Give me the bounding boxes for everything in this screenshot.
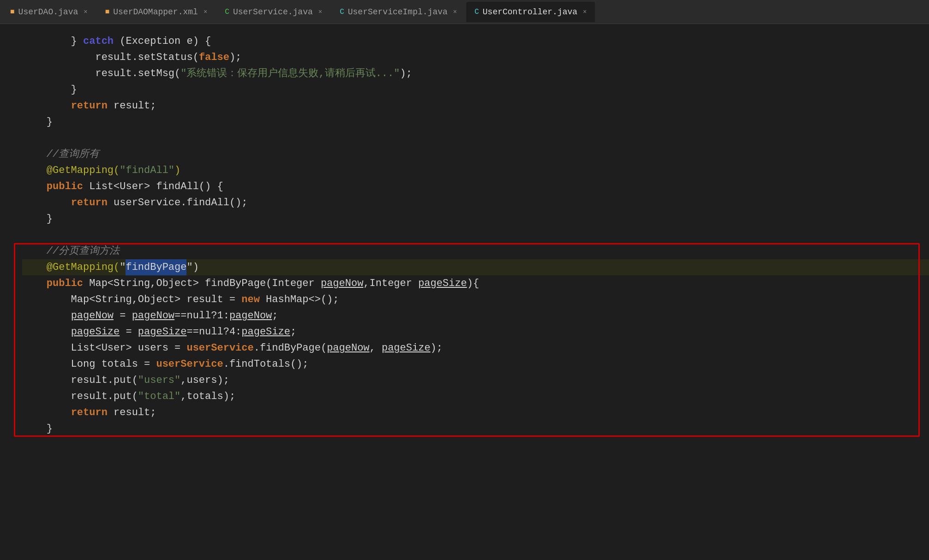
code-line: pageSize = pageSize==null?4:pageSize; xyxy=(22,324,929,340)
code-line: result.put("total",totals); xyxy=(22,388,929,405)
tab-close-icon[interactable]: × xyxy=(204,8,207,16)
code-line xyxy=(22,130,929,146)
code-line-highlighted: @GetMapping("findByPage") xyxy=(22,259,929,275)
editor: ■ UserDAO.java × ■ UserDAOMapper.xml × C… xyxy=(0,0,929,560)
code-area: } catch (Exception e) { result.setStatus… xyxy=(0,24,929,560)
code-line: public List<User> findAll() { xyxy=(22,179,929,195)
tab-bar: ■ UserDAO.java × ■ UserDAOMapper.xml × C… xyxy=(0,0,929,24)
code-line: } xyxy=(22,421,929,437)
tab-UserService[interactable]: C UserService.java × xyxy=(216,2,330,22)
code-line: return userService.findAll(); xyxy=(22,195,929,211)
code-line: } catch (Exception e) { xyxy=(22,33,929,49)
tab-UserDAOMapper[interactable]: ■ UserDAOMapper.xml × xyxy=(97,2,216,22)
file-icon: ■ xyxy=(10,8,15,16)
tab-label: UserDAO.java xyxy=(18,7,78,17)
highlighted-section: //分页查询方法 @GetMapping("findByPage") publi… xyxy=(22,243,929,437)
tab-UserController[interactable]: C UserController.java × xyxy=(466,2,595,22)
tab-close-icon[interactable]: × xyxy=(318,8,322,16)
code-line: Long totals = userService.findTotals(); xyxy=(22,356,929,372)
code-line xyxy=(22,227,929,243)
code-line: result.setStatus(false); xyxy=(22,49,929,66)
file-icon: C xyxy=(225,8,229,16)
file-icon: C xyxy=(474,8,479,16)
code-line: Map<String,Object> result = new HashMap<… xyxy=(22,292,929,308)
tab-label: UserService.java xyxy=(233,7,313,17)
file-icon: ■ xyxy=(105,8,110,16)
code-line: result.setMsg("系统错误：保存用户信息失败,请稍后再试..."); xyxy=(22,66,929,82)
tab-UserServiceImpl[interactable]: C UserServiceImpl.java × xyxy=(331,2,465,22)
code-line: } xyxy=(22,114,929,130)
code-line: //查询所有 xyxy=(22,146,929,162)
tab-close-icon[interactable]: × xyxy=(453,8,457,16)
tab-close-icon[interactable]: × xyxy=(84,8,87,16)
code-content[interactable]: } catch (Exception e) { result.setStatus… xyxy=(13,24,929,560)
code-line: //分页查询方法 xyxy=(22,243,929,259)
tab-UserDAO[interactable]: ■ UserDAO.java × xyxy=(2,2,96,22)
tab-label: UserServiceImpl.java xyxy=(348,7,448,17)
tab-label: UserDAOMapper.xml xyxy=(113,7,198,17)
code-line: result.put("users",users); xyxy=(22,372,929,388)
code-line: public Map<String,Object> findByPage(Int… xyxy=(22,275,929,292)
code-line: pageNow = pageNow==null?1:pageNow; xyxy=(22,308,929,324)
left-gutter xyxy=(0,24,13,560)
code-line: return result; xyxy=(22,405,929,421)
code-line: } xyxy=(22,211,929,227)
file-icon: C xyxy=(340,8,344,16)
code-line: @GetMapping("findAll") xyxy=(22,162,929,179)
code-line: List<User> users = userService.findByPag… xyxy=(22,340,929,356)
code-line: return result; xyxy=(22,98,929,114)
code-line: } xyxy=(22,82,929,98)
tab-label: UserController.java xyxy=(483,7,577,17)
tab-close-icon[interactable]: × xyxy=(583,8,587,16)
